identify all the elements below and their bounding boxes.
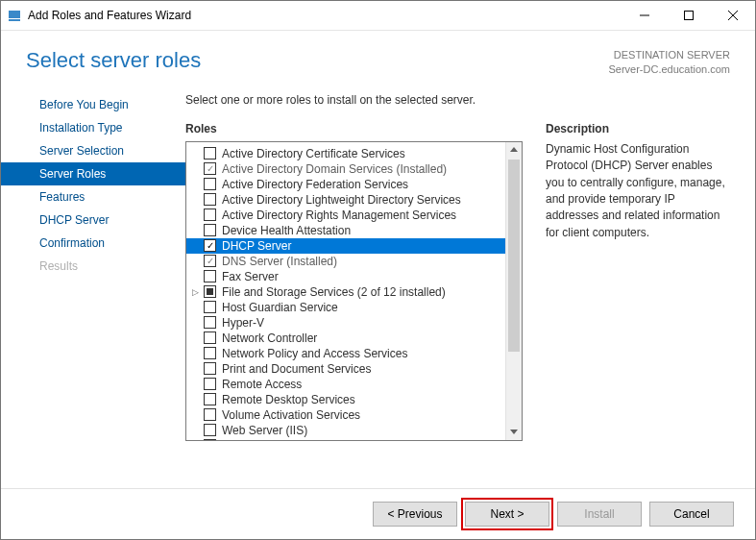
scrollbar[interactable] <box>505 142 522 440</box>
wizard-footer: < Previous Next > Install Cancel <box>1 488 755 539</box>
description-heading: Description <box>546 122 730 135</box>
description-text: Dynamic Host Configuration Protocol (DHC… <box>546 141 730 241</box>
roles-heading: Roles <box>185 122 523 135</box>
checkbox-icon[interactable] <box>204 316 216 329</box>
cancel-button[interactable]: Cancel <box>649 502 734 527</box>
role-item[interactable]: Remote Access <box>186 377 506 392</box>
checkbox-icon[interactable] <box>204 147 216 160</box>
roles-listbox: Active Directory Certificate Services Ac… <box>185 141 523 441</box>
scroll-down-icon[interactable] <box>506 425 522 440</box>
role-item[interactable]: Network Policy and Access Services <box>186 346 506 361</box>
titlebar: Add Roles and Features Wizard <box>1 1 755 31</box>
checkbox-icon[interactable] <box>204 331 216 344</box>
wizard-steps-sidebar: Before You Begin Installation Type Serve… <box>1 87 185 488</box>
step-server-roles[interactable]: Server Roles <box>1 162 185 185</box>
checkbox-partial-icon[interactable] <box>204 285 216 298</box>
svg-line-5 <box>728 11 738 20</box>
role-item[interactable]: Fax Server <box>186 269 506 284</box>
maximize-button[interactable] <box>667 1 711 30</box>
step-features[interactable]: Features <box>1 185 185 209</box>
svg-rect-0 <box>9 11 20 18</box>
svg-rect-1 <box>9 19 20 21</box>
role-item[interactable]: Active Directory Domain Services (Instal… <box>186 161 506 177</box>
scroll-up-icon[interactable] <box>506 142 522 158</box>
step-before-you-begin[interactable]: Before You Begin <box>1 93 185 116</box>
minimize-button[interactable] <box>622 1 667 30</box>
role-item-selected[interactable]: DHCP Server <box>186 238 506 254</box>
step-results: Results <box>1 255 185 278</box>
instruction-text: Select one or more roles to install on t… <box>185 93 730 107</box>
role-item[interactable]: Remote Desktop Services <box>186 392 506 407</box>
role-item[interactable]: Volume Activation Services <box>186 407 506 423</box>
svg-marker-6 <box>510 147 518 152</box>
checkbox-icon[interactable] <box>204 178 216 190</box>
step-server-selection[interactable]: Server Selection <box>1 139 185 162</box>
expand-icon[interactable]: ▷ <box>190 287 200 297</box>
svg-line-4 <box>728 11 738 20</box>
wizard-window: Add Roles and Features Wizard Select ser… <box>0 0 756 540</box>
role-item[interactable]: ▷File and Storage Services (2 of 12 inst… <box>186 284 506 300</box>
checkbox-icon[interactable] <box>204 408 216 421</box>
step-installation-type[interactable]: Installation Type <box>1 116 185 139</box>
role-item[interactable]: Active Directory Rights Management Servi… <box>186 208 506 223</box>
page-title: Select server roles <box>26 48 201 73</box>
checkbox-icon[interactable] <box>204 393 216 405</box>
destination-label: DESTINATION SERVER <box>608 48 730 62</box>
svg-rect-3 <box>685 12 694 20</box>
svg-marker-7 <box>510 430 518 434</box>
page-header: Select server roles DESTINATION SERVER S… <box>1 31 755 87</box>
checkbox-icon[interactable] <box>204 424 216 436</box>
role-item[interactable]: Print and Document Services <box>186 361 506 377</box>
checkbox-icon[interactable] <box>204 378 216 390</box>
checkbox-checked-icon[interactable] <box>204 162 216 175</box>
step-confirmation[interactable]: Confirmation <box>1 232 185 255</box>
destination-info: DESTINATION SERVER Server-DC.education.c… <box>608 48 730 78</box>
checkbox-icon[interactable] <box>204 224 216 236</box>
checkbox-icon[interactable] <box>204 362 216 375</box>
role-item[interactable]: Device Health Attestation <box>186 223 506 238</box>
role-item[interactable]: Host Guardian Service <box>186 300 506 315</box>
step-dhcp-server[interactable]: DHCP Server <box>1 209 185 232</box>
role-item[interactable]: DNS Server (Installed) <box>186 254 506 269</box>
checkbox-icon[interactable] <box>204 193 216 206</box>
checkbox-icon[interactable] <box>204 301 216 313</box>
checkbox-checked-icon[interactable] <box>204 255 216 267</box>
checkbox-checked-icon[interactable] <box>204 239 216 252</box>
role-item[interactable]: Web Server (IIS) <box>186 423 506 438</box>
next-button[interactable]: Next > <box>465 502 549 527</box>
role-item[interactable]: Network Controller <box>186 331 506 346</box>
role-item[interactable]: Active Directory Federation Services <box>186 177 506 192</box>
checkbox-icon[interactable] <box>204 270 216 282</box>
checkbox-icon[interactable] <box>204 439 216 440</box>
previous-button[interactable]: < Previous <box>373 502 457 527</box>
scroll-thumb[interactable] <box>508 160 520 352</box>
role-item[interactable]: Hyper-V <box>186 315 506 331</box>
checkbox-icon[interactable] <box>204 209 216 221</box>
install-button: Install <box>557 502 642 527</box>
app-icon <box>7 8 22 23</box>
destination-server: Server-DC.education.com <box>608 62 730 77</box>
role-item[interactable]: Active Directory Lightweight Directory S… <box>186 192 506 208</box>
role-item[interactable]: Active Directory Certificate Services <box>186 146 506 161</box>
close-button[interactable] <box>711 1 755 30</box>
role-item[interactable]: Windows Deployment Services <box>186 438 506 440</box>
checkbox-icon[interactable] <box>204 347 216 359</box>
window-title: Add Roles and Features Wizard <box>28 9 622 22</box>
